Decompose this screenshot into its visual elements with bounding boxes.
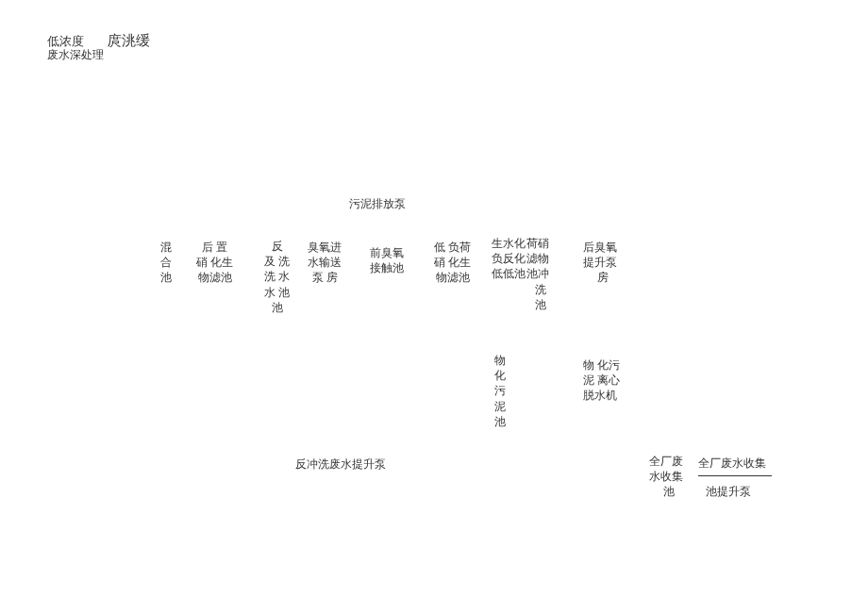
- anoxic-tank-label: 生水化 负反化 低低池: [492, 236, 526, 282]
- physicochemical-sludge-centrifuge-label: 物 化污 泥 离心 脱水机: [583, 357, 620, 404]
- divider-line: [698, 475, 772, 476]
- backwash-wastewater-lift-pump-label: 反冲洗废水提升泵: [295, 456, 386, 472]
- plant-wastewater-collection-sub: 池提升泵: [706, 484, 751, 499]
- plant-wastewater-collection-tank-label: 全厂废 水收集 池: [649, 454, 683, 500]
- low-load-nitrification-biofilter-label: 低 负荷 硝 化生 物滤池: [434, 240, 471, 286]
- header-wastewater-deep-treatment: 废水深处理: [47, 47, 104, 62]
- nitrate-filter-backwash-tank-label: 荷硝 滤物 池冲 洗 池: [526, 236, 549, 312]
- post-denitrification-biofilter-label: 后 置 硝 化生 物滤池: [196, 240, 233, 286]
- ozone-inlet-pump-house-label: 臭氧进 水输送 泵 房: [308, 240, 342, 286]
- post-ozone-lift-pump-house-label: 后臭氧 提升泵 房: [583, 240, 617, 286]
- plant-wastewater-collection-title: 全厂废水收集: [698, 456, 766, 471]
- mixing-tank-label: 混 合 池: [160, 240, 172, 286]
- pre-ozone-contact-tank-label: 前臭氧 接触池: [370, 245, 404, 275]
- sludge-discharge-pump-label: 污泥排放泵: [349, 196, 406, 211]
- header-overlay-text: 庹洮缓: [108, 31, 150, 50]
- physicochemical-sludge-tank-label: 物 化 污 泥 池: [494, 353, 506, 429]
- backwash-water-tank-label: 反 及 洗 洗 水 水 池 池: [264, 239, 290, 315]
